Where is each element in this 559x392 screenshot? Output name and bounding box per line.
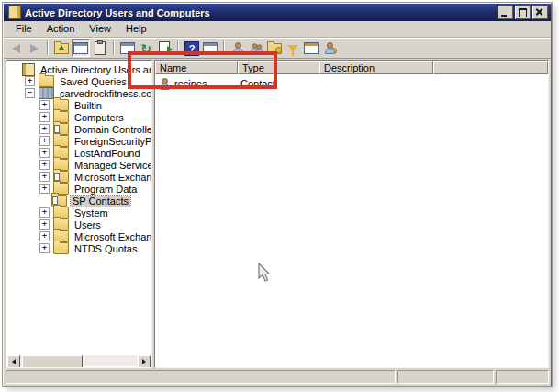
tree-item-computers[interactable]: +Computers	[7, 111, 151, 123]
forward-icon[interactable]	[26, 40, 42, 56]
console-tree-pane: Active Directory Users and Comput+Saved …	[6, 60, 152, 368]
up-one-level-icon[interactable]	[53, 40, 70, 56]
properties-icon[interactable]	[92, 40, 108, 56]
refresh-glyph: ↻	[140, 42, 151, 55]
scroll-left-icon[interactable]	[7, 355, 20, 368]
view-window-icon[interactable]	[202, 40, 218, 56]
cell-name: recipes	[155, 78, 237, 90]
tree-item-label: Microsoft Exchange System	[73, 231, 151, 242]
show-console-tree-icon[interactable]	[72, 39, 90, 57]
menu-help[interactable]: Help	[118, 22, 154, 36]
minimize-button[interactable]	[498, 6, 513, 19]
expand-icon[interactable]: +	[39, 148, 50, 158]
menu-view[interactable]: View	[82, 22, 118, 36]
new-user-icon[interactable]	[229, 40, 246, 56]
person-glyph	[232, 42, 244, 54]
toolbar-separator	[47, 41, 49, 55]
new-group-icon[interactable]	[248, 40, 264, 56]
scrollbar-thumb[interactable]	[22, 355, 83, 368]
expand-icon[interactable]: +	[39, 184, 50, 194]
tree-item-sp-contacts[interactable]: SP Contacts	[7, 195, 151, 207]
tree-item-builtin[interactable]: +Builtin	[7, 99, 151, 111]
menu-action[interactable]: Action	[39, 22, 83, 36]
tree-item-label: NTDS Quotas	[73, 243, 139, 254]
list-row-recipes[interactable]: recipesContact	[155, 74, 548, 91]
toolbar: ↻ ?	[4, 38, 551, 59]
document-glyph	[159, 41, 170, 55]
expand-icon[interactable]: +	[25, 76, 35, 86]
tree-item-foreignsecurityprincipals[interactable]: +ForeignSecurityPrincipals	[7, 135, 151, 147]
expand-icon[interactable]: +	[39, 243, 50, 253]
title-bar[interactable]: Active Directory Users and Computers	[4, 4, 551, 21]
tree-item-label: Program Data	[73, 184, 139, 195]
tree-item-label: SP Contacts	[71, 196, 130, 207]
menu-bar: File Action View Help	[4, 21, 551, 38]
export-window-icon[interactable]	[119, 40, 136, 56]
window-glyph	[304, 42, 319, 54]
menu-file[interactable]: File	[8, 22, 39, 36]
item-name-label: recipes	[174, 78, 207, 89]
tree-horizontal-scrollbar[interactable]	[7, 355, 151, 366]
tree-item-users[interactable]: +Users	[7, 218, 151, 230]
tree-item-microsoft-exchange-system[interactable]: +Microsoft Exchange System	[7, 230, 151, 242]
status-bar	[4, 369, 551, 386]
tree: Active Directory Users and Comput+Saved …	[7, 62, 151, 355]
toolbar-separator	[177, 41, 179, 55]
expand-icon[interactable]: +	[39, 112, 50, 122]
maximize-button[interactable]	[515, 6, 531, 19]
close-button[interactable]	[532, 6, 548, 19]
column-header-description[interactable]: Description	[319, 61, 433, 74]
tree-item-active-directory-users-and-comput[interactable]: Active Directory Users and Comput	[7, 63, 151, 75]
tree-item-carvedrockfitness-com[interactable]: −carvedrockfitness.com	[7, 87, 151, 99]
delegate-control-icon[interactable]	[321, 40, 338, 56]
status-section-right	[496, 370, 549, 384]
tree-item-domain-controllers[interactable]: +Domain Controllers	[7, 123, 151, 135]
refresh-icon[interactable]: ↻	[138, 40, 154, 56]
tree-item-label: Domain Controllers	[73, 124, 151, 135]
people-glyph	[249, 42, 263, 54]
list-header: Name Type Description	[155, 61, 548, 74]
expand-icon[interactable]: +	[39, 219, 50, 230]
tree-item-label: Microsoft Exchange Securit	[73, 172, 151, 183]
toolbar-separator	[223, 41, 225, 55]
expander-spacer	[10, 65, 18, 73]
tree-item-microsoft-exchange-securit[interactable]: +Microsoft Exchange Securit	[7, 171, 151, 183]
help-icon[interactable]: ?	[184, 40, 200, 56]
new-ou-icon[interactable]	[266, 40, 283, 56]
collapse-icon[interactable]: −	[25, 88, 35, 98]
scroll-right-icon[interactable]	[138, 355, 151, 368]
tree-item-label: System	[73, 207, 110, 218]
expand-icon[interactable]: +	[39, 172, 50, 182]
expand-icon[interactable]: +	[39, 136, 50, 146]
advanced-options-icon[interactable]	[303, 40, 319, 56]
tree-item-system[interactable]: +System	[7, 207, 151, 218]
tree-item-label: Saved Queries	[58, 76, 129, 87]
export-list-icon[interactable]	[156, 40, 173, 56]
expand-icon[interactable]: +	[39, 124, 50, 134]
tree-item-program-data[interactable]: +Program Data	[7, 183, 151, 195]
expand-icon[interactable]: +	[39, 207, 50, 218]
aduc-window: Active Directory Users and Computers Fil…	[3, 3, 552, 386]
scrollbar-track[interactable]	[83, 355, 138, 366]
list-body: recipesContact	[155, 74, 548, 367]
folder-glyph	[267, 43, 282, 54]
tree-item-ntds-quotas[interactable]: +NTDS Quotas	[7, 242, 151, 254]
expand-icon[interactable]: +	[39, 100, 50, 110]
window-glyph	[73, 42, 88, 54]
toolbar-separator	[113, 41, 115, 55]
tree-item-saved-queries[interactable]: +Saved Queries	[7, 75, 151, 87]
expand-icon[interactable]: +	[39, 160, 50, 170]
column-header-type[interactable]: Type	[238, 61, 319, 74]
column-header-name[interactable]: Name	[155, 61, 238, 74]
forward-arrow-glyph	[30, 44, 39, 53]
back-icon[interactable]	[7, 40, 24, 56]
folder-glyph	[54, 43, 69, 54]
tree-item-managed-service-accounts[interactable]: +Managed Service Accounts	[7, 159, 151, 171]
filter-icon[interactable]	[285, 40, 301, 56]
expand-icon[interactable]: +	[39, 231, 50, 241]
tree-item-label: Active Directory Users and Comput	[39, 64, 151, 75]
person-key-glyph	[324, 42, 336, 54]
status-section-mid	[397, 370, 494, 384]
tree-item-label: carvedrockfitness.com	[58, 88, 151, 99]
tree-item-lostandfound[interactable]: +LostAndFound	[7, 147, 151, 159]
